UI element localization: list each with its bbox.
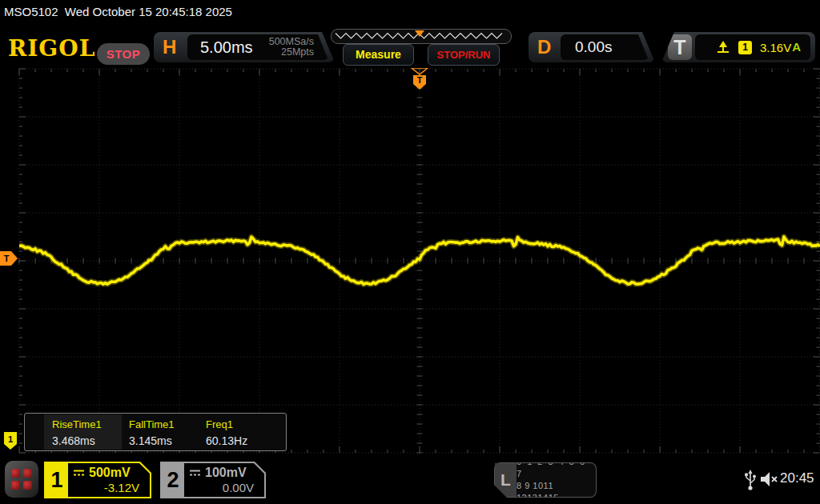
measurement-label: Freq1 (206, 418, 279, 430)
rigol-logo: RIGOL (8, 35, 95, 62)
measurement-label: RiseTime1 (52, 418, 126, 430)
measurement-item[interactable]: FallTime1 3.145ms (129, 418, 203, 447)
stop-run-button[interactable]: STOP/RUN (428, 44, 500, 66)
dc-coupling-icon (189, 469, 201, 477)
measurement-value: 3.468ms (52, 434, 126, 447)
delay-label: D (537, 32, 551, 62)
measure-button[interactable]: Measure (343, 44, 414, 66)
rising-edge-trigger-icon (716, 40, 730, 54)
memory-depth: 25Mpts (269, 47, 314, 58)
logic-channel-numbers: 0 1 2 3 4 5 6 7 8 9 1011 12131415 (517, 463, 596, 497)
delay-settings-box[interactable]: D 0.00s (529, 32, 655, 62)
trigger-settings-box[interactable]: T 1 3.16V A (661, 32, 815, 62)
measurement-value: 60.13Hz (206, 434, 279, 447)
acquisition-info: 500MSa/s 25Mpts (269, 37, 314, 58)
logic-channels-box[interactable]: L 0 1 2 3 4 5 6 7 8 9 1011 12131415 (494, 462, 597, 498)
status-bar-title: MSO5102 Wed October 15 20:45:18 2025 (0, 0, 820, 24)
channel2-offset: 0.00V (189, 481, 259, 494)
horizontal-label: H (163, 32, 176, 62)
channel2-number: 2 (162, 463, 184, 497)
logic-label: L (495, 463, 517, 497)
oscilloscope-screen: MSO5102 Wed October 15 20:45:18 2025 RIG… (0, 0, 820, 504)
usb-icon (744, 467, 757, 491)
run-state-badge: STOP (97, 43, 150, 65)
horizontal-settings-box[interactable]: H 5.00ms 500MSa/s 25Mpts (154, 32, 335, 62)
sound-muted-icon (759, 470, 780, 488)
measurement-item[interactable]: RiseTime1 3.468ms (52, 418, 126, 447)
channel1-scale: 500mV (89, 466, 131, 480)
measurement-results-panel[interactable]: RiseTime1 3.468ms FallTime1 3.145ms Freq… (24, 413, 287, 451)
trigger-level-marker[interactable]: T (0, 251, 18, 266)
dc-coupling-icon (73, 469, 85, 477)
waveform-position-bar[interactable] (331, 29, 512, 44)
measurement-label: FallTime1 (129, 418, 203, 430)
trigger-position-pointer-icon (415, 30, 424, 37)
measurement-item[interactable]: Freq1 60.13Hz (206, 418, 279, 447)
channel1-ground-marker[interactable]: 1 (4, 432, 17, 450)
channel2-scale: 100mV (205, 466, 247, 480)
trigger-source-badge: 1 (738, 41, 752, 54)
svg-text:1: 1 (8, 434, 13, 444)
waveform-display-area[interactable]: T T 1 (0, 68, 820, 460)
channel1-number: 1 (46, 463, 68, 497)
svg-text:T: T (417, 75, 423, 85)
measurement-value: 3.145ms (129, 434, 203, 447)
svg-text:T: T (4, 254, 10, 263)
delay-value: 0.00s (575, 34, 612, 60)
trigger-level-value: 3.16V (760, 41, 791, 54)
clock: 20:45 (780, 470, 814, 486)
channel1-status-box[interactable]: 1 500mV -3.12V (44, 462, 151, 498)
channel2-status-box[interactable]: 2 100mV 0.00V (160, 462, 266, 498)
main-menu-button[interactable] (5, 461, 38, 498)
trigger-mode: A (792, 34, 801, 60)
channel1-offset: -3.12V (73, 481, 144, 494)
trigger-label: T (668, 34, 692, 60)
timebase-value: 5.00ms (200, 34, 253, 60)
grid-menu-icon (11, 469, 32, 490)
